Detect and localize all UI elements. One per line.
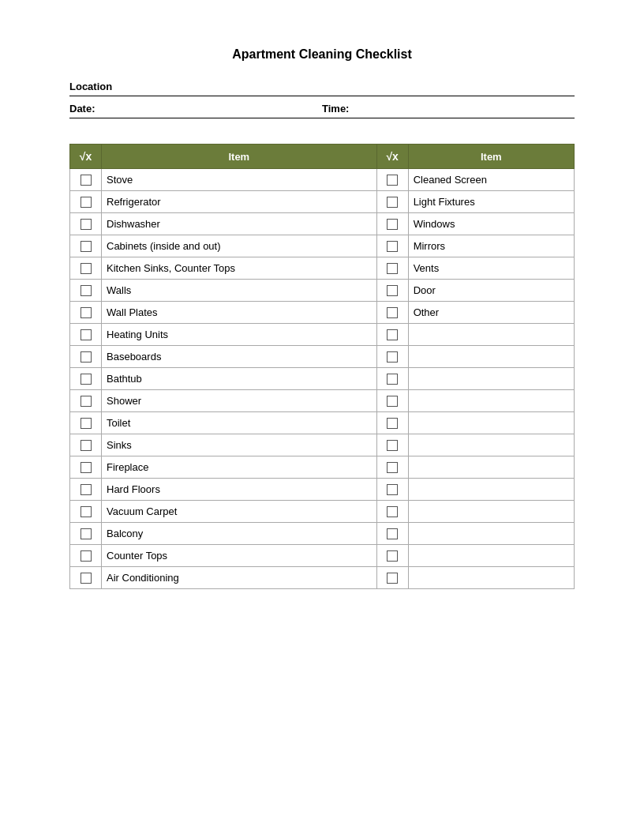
left-checkbox-cell[interactable]: [70, 235, 102, 257]
left-item-cell: Baseboards: [102, 346, 377, 368]
left-checkbox[interactable]: [80, 197, 92, 208]
right-checkbox-cell[interactable]: [376, 501, 408, 523]
table-row: Wall PlatesOther: [70, 302, 575, 324]
left-checkbox-cell[interactable]: [70, 346, 102, 368]
right-checkbox-cell[interactable]: [376, 324, 408, 346]
left-checkbox[interactable]: [80, 175, 92, 186]
checklist-table: √x Item √x Item StoveCleaned ScreenRefri…: [69, 144, 575, 589]
right-checkbox[interactable]: [387, 462, 398, 473]
table-row: Cabinets (inside and out)Mirrors: [70, 235, 575, 257]
left-checkbox[interactable]: [80, 418, 92, 429]
right-checkbox-cell[interactable]: [376, 302, 408, 324]
left-checkbox[interactable]: [80, 307, 92, 318]
right-checkbox-cell[interactable]: [376, 257, 408, 280]
table-row: Shower: [70, 390, 575, 412]
left-item-cell: Shower: [102, 390, 377, 412]
left-item-cell: Vacuum Carpet: [102, 501, 377, 523]
left-checkbox-cell[interactable]: [70, 368, 102, 390]
left-checkbox[interactable]: [80, 396, 92, 407]
right-checkbox[interactable]: [387, 219, 398, 230]
left-checkbox[interactable]: [80, 484, 92, 495]
left-checkbox-cell[interactable]: [70, 302, 102, 324]
right-checkbox-cell[interactable]: [376, 523, 408, 545]
left-checkbox[interactable]: [80, 506, 92, 517]
right-checkbox[interactable]: [387, 506, 398, 517]
left-item-cell: Air Conditioning: [102, 567, 377, 589]
left-checkbox-cell[interactable]: [70, 567, 102, 589]
left-checkbox[interactable]: [80, 263, 92, 274]
left-checkbox[interactable]: [80, 351, 92, 363]
right-checkbox[interactable]: [387, 285, 398, 296]
right-checkbox-cell[interactable]: [376, 346, 408, 368]
left-checkbox[interactable]: [80, 329, 92, 340]
left-checkbox-cell[interactable]: [70, 501, 102, 523]
right-item-cell: [408, 456, 574, 479]
left-item-cell: Fireplace: [102, 456, 377, 479]
left-checkbox-cell[interactable]: [70, 479, 102, 501]
left-checkbox-cell[interactable]: [70, 545, 102, 567]
right-checkbox[interactable]: [387, 241, 398, 252]
right-checkbox-cell[interactable]: [376, 368, 408, 390]
left-checkbox-cell[interactable]: [70, 412, 102, 434]
left-item-cell: Wall Plates: [102, 302, 377, 324]
right-item-cell: [408, 346, 574, 368]
right-item-cell: Light Fixtures: [408, 191, 574, 213]
right-item-cell: [408, 479, 574, 501]
left-checkbox[interactable]: [80, 285, 92, 296]
left-checkbox[interactable]: [80, 528, 92, 539]
right-checkbox-cell[interactable]: [376, 169, 408, 191]
left-checkbox-cell[interactable]: [70, 390, 102, 412]
left-checkbox-cell[interactable]: [70, 523, 102, 545]
right-checkbox-cell[interactable]: [376, 567, 408, 589]
left-checkbox-cell[interactable]: [70, 213, 102, 235]
left-checkbox-cell[interactable]: [70, 257, 102, 280]
right-checkbox-cell[interactable]: [376, 280, 408, 302]
left-checkbox[interactable]: [80, 440, 92, 451]
left-checkbox[interactable]: [80, 241, 92, 252]
left-checkbox[interactable]: [80, 550, 92, 562]
left-checkbox-cell[interactable]: [70, 434, 102, 456]
right-checkbox-cell[interactable]: [376, 545, 408, 567]
left-checkbox[interactable]: [80, 219, 92, 230]
left-item-cell: Toilet: [102, 412, 377, 434]
right-item-cell: [408, 567, 574, 589]
left-checkbox-cell[interactable]: [70, 324, 102, 346]
right-item-header: Item: [408, 145, 574, 169]
right-checkbox-cell[interactable]: [376, 390, 408, 412]
right-checkbox[interactable]: [387, 351, 398, 363]
right-checkbox-cell[interactable]: [376, 213, 408, 235]
right-checkbox[interactable]: [387, 550, 398, 562]
left-checkbox-cell[interactable]: [70, 280, 102, 302]
left-item-header: Item: [102, 145, 377, 169]
left-item-cell: Cabinets (inside and out): [102, 235, 377, 257]
left-checkbox-cell[interactable]: [70, 191, 102, 213]
right-checkbox[interactable]: [387, 374, 398, 385]
right-checkbox[interactable]: [387, 440, 398, 451]
left-item-cell: Kitchen Sinks, Counter Tops: [102, 257, 377, 280]
left-checkbox-cell[interactable]: [70, 169, 102, 191]
right-item-cell: Mirrors: [408, 235, 574, 257]
right-checkbox-cell[interactable]: [376, 456, 408, 479]
right-checkbox-cell[interactable]: [376, 479, 408, 501]
right-checkbox[interactable]: [387, 307, 398, 318]
left-checkbox[interactable]: [80, 374, 92, 385]
right-checkbox[interactable]: [387, 573, 398, 584]
right-checkbox-cell[interactable]: [376, 235, 408, 257]
left-checkbox-cell[interactable]: [70, 456, 102, 479]
right-checkbox-cell[interactable]: [376, 191, 408, 213]
right-checkbox[interactable]: [387, 396, 398, 407]
right-checkbox[interactable]: [387, 528, 398, 539]
right-checkbox[interactable]: [387, 263, 398, 274]
left-checkbox[interactable]: [80, 462, 92, 473]
right-checkbox[interactable]: [387, 175, 398, 186]
left-checkbox[interactable]: [80, 573, 92, 584]
left-item-cell: Counter Tops: [102, 545, 377, 567]
right-checkbox[interactable]: [387, 418, 398, 429]
right-checkbox[interactable]: [387, 329, 398, 340]
right-checkbox[interactable]: [387, 484, 398, 495]
right-checkbox[interactable]: [387, 197, 398, 208]
right-checkbox-cell[interactable]: [376, 434, 408, 456]
right-checkbox-cell[interactable]: [376, 412, 408, 434]
left-item-cell: Heating Units: [102, 324, 377, 346]
right-item-cell: Door: [408, 280, 574, 302]
